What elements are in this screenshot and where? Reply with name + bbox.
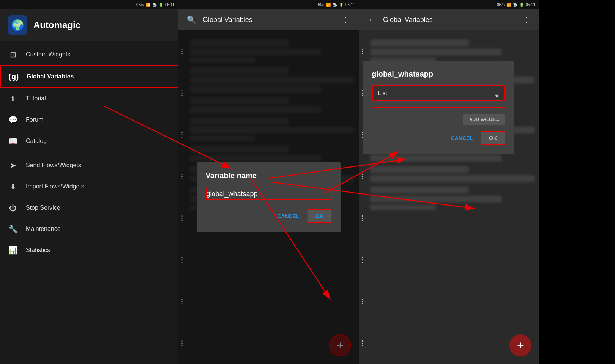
dialog-var-title: global_whatsapp — [372, 70, 505, 78]
dots-3-7 — [360, 296, 364, 308]
panel-global-variables-2: 0B/s 📶 📡 🔋 05:11 ← Global Variables ⋮ — [359, 0, 539, 364]
panel3-title: Global Variables — [383, 16, 515, 24]
back-button-3[interactable]: ← — [365, 13, 378, 27]
dialog-input-wrapper — [206, 188, 332, 200]
panel3-header: ← Global Variables ⋮ — [359, 9, 539, 30]
sidebar-item-stop-service[interactable]: ⏻ Stop Service — [0, 197, 178, 218]
status-time-2: 05:11 — [345, 3, 355, 7]
variable-name-input[interactable] — [206, 188, 332, 200]
status-speed: 0B/s — [136, 3, 144, 7]
status-signal-3: 📡 — [513, 3, 517, 7]
custom-widgets-icon: ⊞ — [8, 49, 18, 60]
app-icon-image: 🌍 — [11, 19, 24, 31]
stop-service-icon: ⏻ — [8, 202, 18, 213]
panel2-menu-button[interactable]: ⋮ — [339, 14, 353, 26]
sidebar-item-label: Stop Service — [26, 204, 60, 211]
status-signal-icon: 📡 — [152, 3, 157, 7]
sidebar-item-custom-widgets[interactable]: ⊞ Custom Widgets — [0, 44, 178, 65]
import-flows-icon: ⬇ — [8, 181, 18, 192]
sidebar-item-catalog[interactable]: 📖 Catalog — [0, 130, 178, 152]
statistics-icon: 📊 — [8, 245, 18, 256]
status-battery-2: 🔋 — [339, 3, 344, 7]
type-dialog-ok-button[interactable]: OK — [481, 131, 505, 145]
tutorial-icon: ℹ — [8, 93, 18, 104]
dots-3-8 — [360, 337, 364, 349]
dots-3-1 — [360, 46, 364, 57]
sidebar-item-label: Import Flows/Widgets — [26, 183, 84, 190]
add-value-wrapper: ADD VALUE... — [372, 114, 505, 125]
app-container: 0B/s 📶 📡 🔋 05:11 🌍 Automagic ⊞ Custom Wi… — [0, 0, 615, 364]
sidebar-item-label: Tutorial — [26, 95, 46, 102]
sidebar-item-import-flows[interactable]: ⬇ Import Flows/Widgets — [0, 176, 178, 197]
panel2-title: Global Variables — [203, 16, 334, 24]
nav-list: ⊞ Custom Widgets {g} Global Variables ℹ … — [0, 41, 178, 364]
status-wifi-3: 📶 — [506, 3, 511, 7]
app-icon: 🌍 — [8, 15, 27, 35]
panel3-menu-button[interactable]: ⋮ — [519, 14, 533, 26]
status-wifi-2: 📶 — [326, 3, 331, 7]
dropdown-wrapper: List String Number Boolean ▼ — [372, 85, 505, 108]
catalog-icon: 📖 — [8, 136, 18, 146]
app-title: Automagic — [33, 20, 80, 30]
panel-global-variables: 0B/s 📶 📡 🔋 05:11 🔍 Global Variables ⋮ — [178, 0, 359, 364]
dots-3-4 — [360, 171, 364, 182]
sidebar-item-label: Custom Widgets — [26, 51, 70, 58]
panel2-header: 🔍 Global Variables ⋮ — [178, 9, 359, 30]
status-signal-2: 📡 — [333, 3, 337, 7]
variable-name-dialog: Variable name CANCEL OK — [197, 162, 341, 232]
dots-3-5 — [360, 212, 364, 224]
status-wifi-icon: 📶 — [146, 3, 150, 7]
sidebar-item-label: Send Flows/Widgets — [26, 162, 81, 169]
status-speed-2: 0B/s — [317, 3, 324, 7]
sidebar-panel: 0B/s 📶 📡 🔋 05:11 🌍 Automagic ⊞ Custom Wi… — [0, 0, 178, 364]
search-button[interactable]: 🔍 — [184, 13, 198, 27]
sidebar-item-tutorial[interactable]: ℹ Tutorial — [0, 88, 178, 109]
sidebar-item-label: Catalog — [26, 138, 47, 144]
dialog-actions: CANCEL OK — [206, 209, 332, 223]
dialog-overlay-2: Variable name CANCEL OK — [178, 30, 359, 364]
panel2-content: Variable name CANCEL OK + — [178, 30, 359, 364]
type-dialog-actions: CANCEL OK — [372, 131, 505, 145]
status-battery-3: 🔋 — [519, 3, 524, 7]
fab-add-button-3[interactable]: + — [509, 334, 531, 356]
global-variables-icon: {g} — [8, 71, 19, 82]
sidebar-item-send-flows[interactable]: ➤ Send Flows/Widgets — [0, 155, 178, 176]
sidebar-item-label: Maintenance — [26, 226, 61, 232]
status-battery: 🔋 — [159, 3, 163, 7]
type-dialog-box: global_whatsapp List String Number Boole… — [363, 61, 514, 154]
variable-type-dialog: global_whatsapp List String Number Boole… — [363, 61, 535, 154]
sidebar-item-global-variables[interactable]: {g} Global Variables — [0, 65, 178, 88]
dots-3-6 — [360, 254, 364, 266]
status-bar-3: 0B/s 📶 📡 🔋 05:11 — [359, 0, 539, 9]
status-bar-1: 0B/s 📶 📡 🔋 05:11 — [0, 0, 178, 9]
dialog-title: Variable name — [206, 171, 332, 180]
sidebar-item-forum[interactable]: 💬 Forum — [0, 109, 178, 130]
dialog-ok-button[interactable]: OK — [307, 209, 332, 223]
panel3-content: global_whatsapp List String Number Boole… — [359, 30, 539, 364]
add-value-button[interactable]: ADD VALUE... — [463, 114, 505, 125]
status-speed-3: 0B/s — [497, 3, 505, 7]
sidebar-item-label: Statistics — [26, 247, 50, 254]
send-flows-icon: ➤ — [8, 160, 18, 171]
sidebar-item-label: Global Variables — [27, 73, 74, 80]
status-time: 05:11 — [165, 3, 175, 7]
maintenance-icon: 🔧 — [8, 224, 18, 234]
type-dialog-cancel-button[interactable]: CANCEL — [449, 132, 475, 144]
app-header: 🌍 Automagic — [0, 9, 178, 41]
sidebar-item-statistics[interactable]: 📊 Statistics — [0, 240, 178, 261]
type-dropdown[interactable]: List String Number Boolean — [372, 85, 505, 101]
sidebar-item-maintenance[interactable]: 🔧 Maintenance — [0, 218, 178, 240]
dialog-cancel-button[interactable]: CANCEL — [276, 209, 301, 223]
fab-icon-3: + — [517, 339, 524, 352]
sidebar-item-label: Forum — [26, 116, 43, 123]
status-time-3: 05:11 — [526, 3, 535, 7]
status-bar-2: 0B/s 📶 📡 🔋 05:11 — [178, 0, 359, 9]
forum-icon: 💬 — [8, 115, 18, 125]
